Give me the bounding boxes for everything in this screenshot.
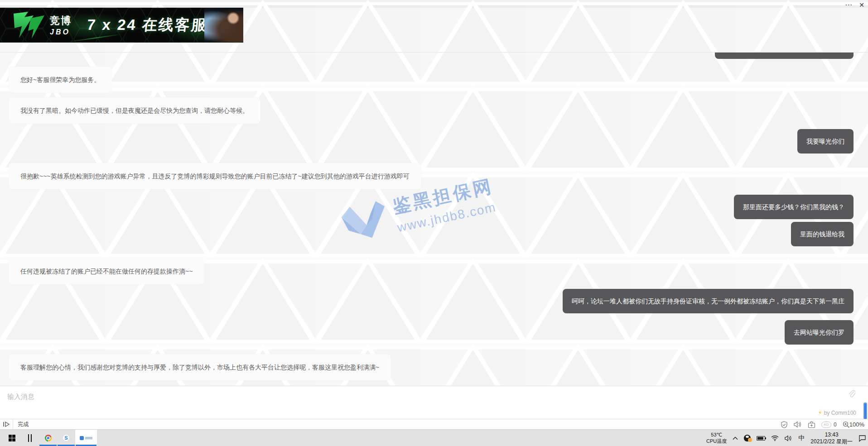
toolbox-icon[interactable]: [808, 421, 815, 428]
visitor-message: 我要曝光你们: [797, 129, 854, 153]
chat-bubble-clipped: [715, 53, 854, 59]
volume-icon[interactable]: [785, 435, 792, 441]
visitor-message: 呵呵，论坛一堆人都被你们无故手持身份证审核，无一例外都被冻结账户，你们真是天下第…: [563, 289, 854, 313]
jbo-logo-icon: [10, 11, 45, 39]
bars-icon: [28, 434, 32, 442]
battery-icon[interactable]: [757, 436, 765, 441]
start-button[interactable]: [3, 430, 21, 446]
agent-message: 您好~客服很荣幸为您服务。: [9, 67, 112, 93]
message-input[interactable]: [0, 386, 868, 419]
support-agent-photo: [204, 8, 243, 43]
visitor-message: 那里面还要多少钱？你们黑我的钱？: [734, 195, 854, 219]
cpu-temp-value: 53℃: [706, 432, 727, 438]
visitor-message: 里面的钱退给我: [791, 222, 854, 246]
banner-title: 7 x 24 在线客服: [86, 15, 209, 35]
ad-filter-indicator[interactable]: AD 0: [821, 422, 837, 428]
status-done-label: 完成: [18, 421, 29, 428]
jhdb8-logo-icon: [338, 195, 393, 247]
taskbar-active-app[interactable]: [75, 430, 97, 446]
time: 13:43: [810, 432, 853, 438]
chrome-icon: [45, 435, 52, 441]
ad-count: 0: [834, 422, 837, 428]
browser-status-bar: 完成 AD 0 100%: [0, 419, 868, 429]
windows-logo-icon: [9, 435, 15, 441]
agent-message: 很抱歉~~~英雄系统检测到您的游戏账户异常，且违反了竞博的博彩规则导致您的账户目…: [9, 163, 421, 189]
zoom-icon: [843, 421, 850, 428]
tray-expand-chevron[interactable]: [733, 436, 738, 440]
agent-message: 客服理解您的心情，我们感谢您对竞博的支持与厚爱，除了竞博以外，市场上也有各大平台…: [9, 354, 391, 380]
chat-transcript: 您好~客服很荣幸为您服务。 我没有了黑暗。如今动作已缓慢，但是夜魔还是会尽快为您…: [0, 52, 868, 386]
taskbar-chrome[interactable]: [39, 430, 57, 446]
ad-badge-icon: AD: [821, 422, 831, 428]
chat-window: ⋯ ✕: [0, 0, 868, 446]
speaker-icon[interactable]: [794, 421, 802, 428]
brand-text: 竞博 JBO: [50, 14, 72, 36]
powered-by-label: by Comm100: [824, 410, 856, 416]
close-icon[interactable]: ✕: [859, 0, 864, 10]
ime-indicator[interactable]: 中: [798, 434, 805, 442]
cpu-temp-label: CPU温度: [706, 438, 727, 445]
media-play-icon[interactable]: [0, 422, 13, 427]
zoom-level: 100%: [849, 421, 864, 428]
brand-name-en: JBO: [50, 28, 72, 36]
message-composer: ⚡ by Comm100: [0, 386, 868, 419]
more-options-icon[interactable]: ⋯: [845, 0, 853, 10]
attachment-icon[interactable]: [848, 390, 855, 398]
visitor-message: 去网站曝光你们罗: [785, 320, 854, 345]
windows-taskbar: S 53℃ CPU温度: [0, 429, 868, 446]
date: 2021/2/22 星期一: [810, 438, 853, 445]
active-app-icon: [80, 436, 92, 440]
cpu-temp-widget[interactable]: 53℃ CPU温度: [706, 432, 727, 445]
agent-message: 我没有了黑暗。如今动作已缓慢，但是夜魔还是会尽快为您查询，请您耐心等候。: [9, 97, 260, 124]
lightning-icon: ⚡: [818, 409, 822, 416]
window-controls: ⋯ ✕: [845, 0, 868, 10]
zoom-control[interactable]: 100%: [843, 421, 864, 428]
brand-name-cn: 竞博: [50, 14, 72, 28]
watermark-url: www.jhdb8.com: [396, 200, 499, 235]
wifi-icon[interactable]: [771, 435, 779, 441]
action-center-icon[interactable]: [858, 435, 866, 442]
clock-widget[interactable]: 13:43 2021/2/22 星期一: [810, 432, 853, 445]
jbo-banner: 竞博 JBO 7 x 24 在线客服: [0, 8, 243, 43]
sogou-icon: S: [63, 434, 70, 441]
system-tray: 53℃ CPU温度 中 13:43 2021/2/22 星期一: [706, 430, 866, 446]
powered-by: ⚡ by Comm100: [818, 409, 856, 416]
security-shield-icon[interactable]: [781, 421, 788, 428]
taskbar-sogou[interactable]: S: [57, 430, 75, 446]
divider: [13, 419, 13, 430]
agent-message: 任何违规被冻结了的账户已经不能在做任何的存提款操作滴~~: [9, 258, 204, 284]
task-view-button[interactable]: [21, 430, 39, 446]
qq-icon[interactable]: [744, 435, 751, 441]
